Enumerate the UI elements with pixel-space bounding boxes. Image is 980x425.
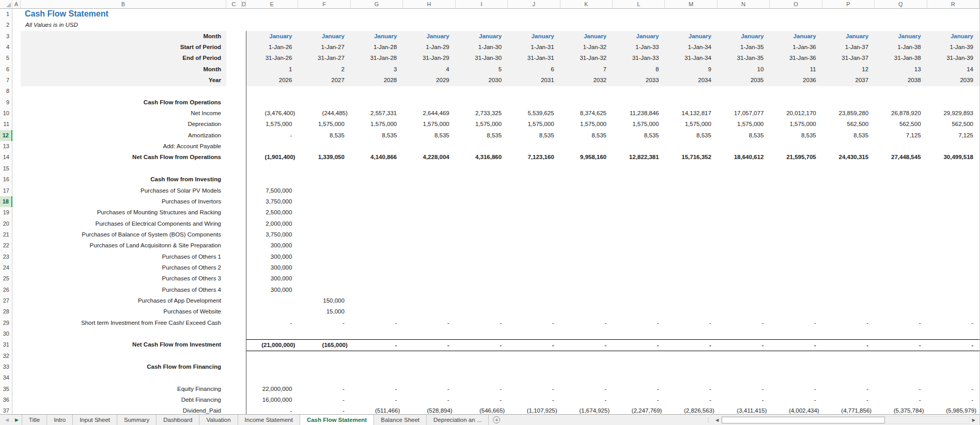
cell[interactable] — [508, 86, 560, 97]
cell[interactable] — [822, 240, 875, 251]
tabs-scroll-right-icon[interactable]: ▶ — [15, 415, 19, 425]
cell[interactable] — [718, 295, 770, 307]
cell[interactable] — [226, 75, 242, 86]
cell[interactable] — [456, 351, 508, 362]
row-header-10[interactable]: 10 — [0, 108, 12, 119]
row-label[interactable] — [21, 328, 226, 340]
cell[interactable]: 2035 — [718, 75, 770, 86]
cell[interactable]: 3 — [351, 64, 403, 75]
cell[interactable] — [822, 372, 875, 384]
cell[interactable]: - — [561, 339, 613, 351]
cell[interactable] — [718, 9, 770, 20]
cell[interactable]: 2030 — [456, 75, 508, 86]
cell[interactable]: 26,878,920 — [875, 108, 927, 119]
sheet-tab-balance-sheet[interactable]: Balance Sheet — [374, 415, 427, 425]
cell[interactable] — [927, 351, 979, 362]
cell[interactable]: - — [822, 339, 875, 351]
cell[interactable] — [351, 163, 403, 175]
cell[interactable]: - — [351, 395, 403, 406]
row-header-25[interactable]: 25 — [0, 273, 12, 285]
cell[interactable] — [665, 141, 717, 152]
cell[interactable]: 7,500,000 — [246, 185, 298, 197]
cell[interactable] — [665, 207, 717, 218]
cell[interactable] — [12, 31, 21, 42]
cell[interactable] — [822, 185, 875, 197]
cell[interactable] — [875, 251, 927, 263]
cell[interactable] — [927, 229, 979, 241]
cell[interactable] — [246, 351, 298, 362]
cell[interactable] — [822, 218, 875, 230]
cell[interactable]: - — [875, 318, 927, 329]
cell[interactable]: - — [403, 384, 455, 395]
cell[interactable]: (1,674,925) — [561, 405, 613, 414]
cell[interactable] — [403, 229, 455, 241]
cell[interactable]: 17,057,077 — [718, 108, 770, 119]
cell[interactable]: 1-Jan-39 — [927, 42, 979, 53]
cell[interactable]: 1-Jan-37 — [822, 42, 875, 53]
cell[interactable] — [242, 97, 246, 108]
cell[interactable] — [246, 20, 298, 31]
cell[interactable] — [875, 262, 927, 274]
cell[interactable] — [403, 185, 455, 197]
cell[interactable] — [351, 285, 403, 296]
tabs-scroll-left-icon[interactable]: ◀ — [5, 415, 9, 425]
row-header-37[interactable]: 37 — [0, 405, 12, 414]
cell[interactable]: - — [508, 339, 560, 351]
cell[interactable]: - — [403, 395, 455, 406]
cell[interactable] — [508, 306, 560, 318]
cell[interactable] — [927, 295, 979, 307]
cell[interactable] — [351, 141, 403, 152]
cell[interactable]: 31-Jan-39 — [927, 53, 979, 64]
cell[interactable] — [12, 196, 21, 208]
cell[interactable] — [508, 295, 560, 307]
cell[interactable]: - — [718, 384, 770, 395]
cell[interactable]: 16,000,000 — [246, 395, 298, 406]
page-title[interactable]: Cash Flow Statement — [21, 9, 226, 20]
cell[interactable]: 300,000 — [246, 273, 298, 285]
row-header-30[interactable]: 30 — [0, 328, 12, 340]
cell[interactable] — [226, 318, 242, 329]
cell[interactable] — [927, 174, 979, 185]
sheet-tab-depreciation-an[interactable]: Depreciation an ... — [427, 415, 489, 425]
cell[interactable] — [561, 285, 613, 296]
cell[interactable] — [242, 108, 246, 119]
cell[interactable]: 2029 — [403, 75, 455, 86]
cell[interactable] — [242, 185, 246, 197]
cell[interactable] — [351, 328, 403, 340]
cell[interactable] — [12, 163, 21, 175]
cell[interactable] — [718, 196, 770, 208]
cell[interactable]: - — [298, 395, 350, 406]
cell[interactable] — [718, 163, 770, 175]
cell[interactable] — [12, 75, 21, 86]
row-label[interactable]: Year — [21, 75, 226, 86]
row-header-27[interactable]: 27 — [0, 295, 12, 307]
cell[interactable] — [246, 97, 298, 108]
cell[interactable] — [298, 163, 350, 175]
cell[interactable] — [12, 108, 21, 119]
cell[interactable] — [927, 251, 979, 263]
cell[interactable]: 8,535 — [508, 130, 560, 141]
cell[interactable] — [927, 285, 979, 296]
cell[interactable]: (2,247,769) — [613, 405, 665, 414]
cell[interactable] — [456, 185, 508, 197]
cell[interactable] — [561, 295, 613, 307]
cell[interactable] — [770, 351, 822, 362]
cell[interactable] — [242, 9, 246, 20]
select-all-button[interactable] — [0, 0, 12, 8]
cell[interactable] — [561, 351, 613, 362]
cell[interactable] — [226, 196, 242, 208]
cell[interactable] — [665, 86, 717, 97]
cell[interactable] — [718, 328, 770, 340]
cell[interactable] — [718, 86, 770, 97]
cell[interactable] — [351, 372, 403, 384]
cell[interactable] — [561, 229, 613, 241]
cell[interactable]: 31-Jan-26 — [246, 53, 298, 64]
cell[interactable] — [12, 174, 21, 185]
sheet-tab-input-sheet[interactable]: Input Sheet — [73, 415, 117, 425]
row-header-14[interactable]: 14 — [0, 152, 12, 163]
cell[interactable] — [246, 361, 298, 373]
cell[interactable] — [822, 9, 875, 20]
row-label[interactable]: Cash flow from Investing — [21, 174, 226, 185]
cell[interactable]: - — [875, 384, 927, 395]
cell[interactable]: 7 — [561, 64, 613, 75]
